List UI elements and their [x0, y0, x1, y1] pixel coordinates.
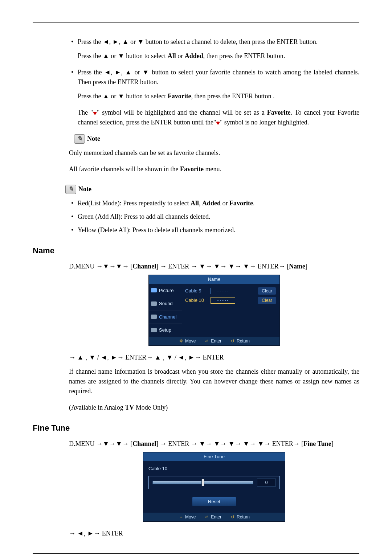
name-field[interactable]: - - - - -: [211, 297, 235, 304]
text: or: [128, 38, 137, 45]
note-icon: ✎: [74, 134, 85, 144]
return-icon: ↺: [230, 515, 235, 519]
text: ,: [109, 38, 113, 45]
sound-icon: [151, 301, 157, 306]
osd-sidebar: Picture Sound Channel Setup: [149, 284, 182, 337]
clear-button[interactable]: Clear: [258, 287, 276, 295]
down-icon: ▼: [142, 69, 150, 76]
channel-label: Cable 10: [185, 297, 208, 304]
osd-side-channel[interactable]: Channel: [149, 310, 182, 324]
note-label: Note: [87, 134, 100, 144]
osd-side-setup[interactable]: Setup: [149, 323, 182, 337]
text: Only memorized channels can be set as fa…: [69, 148, 359, 158]
osd-name-dialog: Name Picture Sound Channel Setup Cable 9…: [149, 275, 279, 345]
down-icon: ▼: [137, 38, 144, 45]
text: Press the: [78, 69, 104, 76]
left-icon: ◄: [103, 38, 109, 45]
section-heading-name: Name: [33, 245, 359, 257]
heart-icon: ♥: [93, 110, 97, 116]
list-item: Press the ◄, ►, ▲ or ▼ button to select …: [69, 37, 359, 61]
text: Press the ▲ or ▼ button to select All or…: [78, 51, 359, 61]
osd-side-picture[interactable]: Picture: [149, 284, 182, 297]
enter-icon: ↵: [204, 515, 209, 519]
setup-icon: [151, 328, 157, 332]
list-item: Green (Add All): Press to add all channe…: [69, 212, 359, 222]
slider-value: 0: [257, 479, 276, 487]
enter-icon: ↵: [204, 339, 209, 343]
up-icon: ▲: [103, 93, 109, 100]
up-icon: ▲: [125, 69, 132, 76]
osd-side-sound[interactable]: Sound: [149, 297, 182, 310]
menu-path: D.MENU →▼→▼→ [Channel] → ENTER → ▼→ ▼→ ▼…: [69, 439, 359, 449]
return-icon: ↺: [230, 339, 235, 343]
text: (Available in Analog TV Mode Only): [69, 403, 359, 413]
osd-finetune-dialog: Fine Tune Cable 10 0 Reset ↔Move ↵Enter …: [143, 452, 285, 522]
text: Press the: [78, 38, 103, 45]
right-icon: ►: [113, 38, 119, 45]
osd-row-selected[interactable]: Cable 10 - - - - - Clear: [185, 297, 276, 304]
text: All favorite channels will be shown in t…: [69, 164, 359, 174]
nav-sequence: → ▲ , ▼ / ◄, ►→ ENTER→ ▲ , ▼ / ◄, ►→ ENT…: [69, 353, 359, 362]
clear-button[interactable]: Clear: [258, 297, 276, 304]
osd-footer: ↔Move ↵Enter ↺Return: [143, 513, 285, 521]
text: Press the ▲ or ▼ button to select Favori…: [78, 91, 359, 101]
note-icon: ✎: [65, 185, 76, 194]
down-icon: ▼: [118, 52, 124, 59]
picture-icon: [151, 288, 157, 292]
move-icon: ✥: [179, 339, 184, 343]
channel-label: Cable 10: [148, 465, 280, 472]
move-icon: ↔: [179, 515, 184, 519]
note-label: Note: [78, 184, 91, 194]
up-icon: ▲: [103, 52, 109, 59]
section-heading-finetune: Fine Tune: [33, 422, 359, 434]
text: The "♥" symbol will be highlighted and t…: [78, 108, 359, 127]
list-item: Press the ◄, ►, ▲ or ▼ button to select …: [69, 67, 359, 144]
slider-thumb[interactable]: [201, 479, 204, 486]
text: button to select a channel to delete, th…: [144, 38, 318, 45]
finetune-slider[interactable]: 0: [148, 476, 280, 489]
name-field[interactable]: - - - - -: [211, 288, 235, 294]
up-icon: ▲: [122, 38, 129, 45]
channel-label: Cable 9: [185, 287, 208, 295]
nav-sequence: → ◄, ►→ ENTER: [69, 529, 359, 538]
list-item: Yellow (Delete All): Press to delete all…: [69, 225, 359, 235]
slider-track[interactable]: [152, 481, 253, 484]
right-icon: ►: [115, 69, 121, 76]
left-icon: ◄: [104, 69, 111, 76]
menu-path: D.MENU →▼→▼→ [Channel] → ENTER → ▼→ ▼→ ▼…: [69, 262, 359, 271]
osd-row[interactable]: Cable 9 - - - - - Clear: [185, 287, 276, 295]
list-item: Red(List Mode): Press repeatedly to sele…: [69, 198, 359, 208]
osd-footer: ✥Move ↵Enter ↺Return: [149, 337, 279, 345]
osd-title: Name: [149, 275, 279, 284]
text: ,: [119, 38, 122, 45]
osd-title: Fine Tune: [143, 452, 285, 461]
heart-icon: ♥: [216, 120, 220, 126]
text: If channel name information is broadcast…: [69, 367, 359, 396]
reset-button[interactable]: Reset: [192, 497, 236, 506]
channel-icon: [151, 315, 157, 319]
down-icon: ▼: [118, 93, 124, 100]
